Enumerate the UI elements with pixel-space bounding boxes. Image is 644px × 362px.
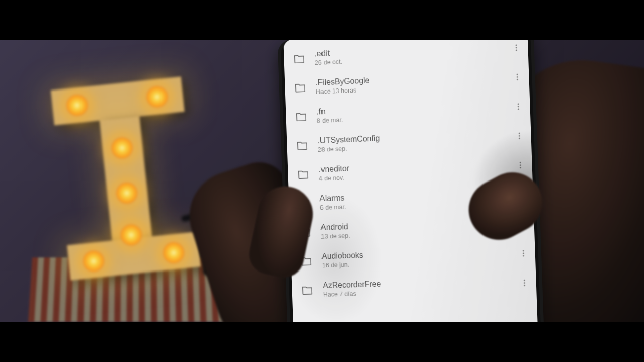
folder-icon xyxy=(294,82,307,94)
folder-icon xyxy=(295,111,308,122)
marquee-letter-i xyxy=(51,76,201,280)
more-icon[interactable] xyxy=(512,132,527,142)
more-icon[interactable] xyxy=(509,43,524,54)
more-icon[interactable] xyxy=(511,102,526,113)
letterbox-top xyxy=(0,0,644,40)
more-icon[interactable] xyxy=(510,73,525,83)
photo-background: .edit26 de oct..FilesByGoogleHace 13 hor… xyxy=(0,40,644,322)
letterbox-bottom xyxy=(0,322,644,362)
more-icon[interactable] xyxy=(513,161,528,171)
folder-icon xyxy=(296,140,309,151)
folder-icon xyxy=(297,168,310,180)
more-icon[interactable] xyxy=(517,279,532,289)
file-list[interactable]: .edit26 de oct..FilesByGoogleHace 13 hor… xyxy=(283,40,537,307)
folder-icon xyxy=(293,53,306,64)
folder-icon xyxy=(301,285,314,296)
more-icon[interactable] xyxy=(516,249,531,260)
